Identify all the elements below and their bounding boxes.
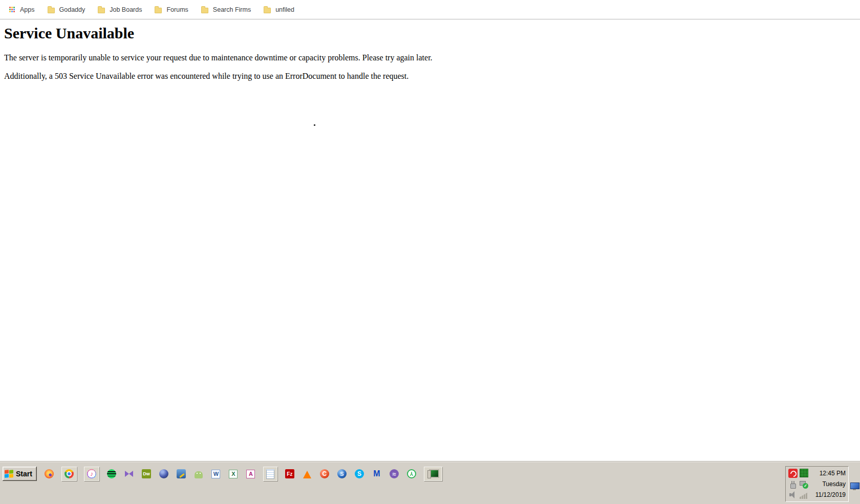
folder-icon — [201, 8, 208, 13]
clock-time: 12:45 PM — [811, 470, 846, 477]
malwarebytes-icon[interactable]: M — [372, 469, 382, 479]
start-label: Start — [16, 470, 32, 478]
visual-studio-glyph — [124, 469, 134, 478]
chrome-icon[interactable] — [61, 467, 77, 481]
bookmark-folder-godaddy[interactable]: Godaddy — [46, 3, 87, 16]
access-icon[interactable]: A — [246, 469, 256, 479]
folder-icon — [98, 8, 105, 13]
clock-date: 11/12/2019 — [811, 491, 846, 498]
dreamweaver-glyph: Dw — [142, 469, 151, 478]
code-editor-icon[interactable] — [176, 469, 186, 479]
bookmark-label: Job Boards — [110, 6, 142, 13]
eclipse-icon[interactable] — [159, 469, 169, 479]
bittorrent-glyph: ≈ — [390, 469, 399, 478]
visual-studio-icon[interactable] — [124, 469, 134, 479]
excel-glyph: X — [229, 470, 238, 478]
eclipse-glyph — [159, 469, 168, 478]
tray-row-3: 11/12/2019 — [788, 490, 846, 500]
my-computer-glyph — [427, 469, 439, 479]
android-icon[interactable] — [193, 469, 204, 479]
bookmark-label: Search Firms — [213, 6, 251, 13]
taskbar-row: Start ♪ Dw W X A Fz C S S — [3, 466, 442, 481]
error-detail: Additionally, a 503 Service Unavailable … — [4, 72, 860, 81]
vlc-icon[interactable] — [302, 469, 312, 479]
itunes-glyph: ♪ — [87, 469, 96, 478]
avira-glyph — [788, 469, 798, 478]
my-computer-icon[interactable] — [424, 467, 442, 481]
apps-grid-icon — [9, 6, 15, 13]
start-button[interactable]: Start — [3, 467, 37, 481]
usb-safely-remove-icon[interactable] — [799, 479, 808, 489]
power-plug-icon[interactable] — [788, 479, 798, 489]
filezilla-glyph: Fz — [285, 469, 294, 478]
green-ring-glyph: Y — [407, 469, 416, 478]
bookmark-item-apps[interactable]: Apps — [7, 3, 36, 16]
bookmark-label: unfiled — [275, 6, 294, 13]
firefox-icon[interactable] — [44, 469, 54, 479]
avira-antivirus-icon[interactable] — [788, 469, 798, 478]
tray-row-2: Tuesday — [788, 478, 846, 489]
quick-launch-bar: ♪ Dw W X A Fz C S S M ≈ Y — [44, 467, 442, 481]
page-title: Service Unavailable — [4, 26, 860, 41]
filezilla-icon[interactable]: Fz — [285, 469, 295, 479]
word-glyph: W — [211, 470, 220, 478]
word-icon[interactable]: W — [211, 469, 221, 479]
malwarebytes-glyph: M — [372, 469, 381, 478]
bookmark-label: Apps — [20, 6, 35, 13]
volume-icon[interactable] — [788, 490, 798, 499]
excel-icon[interactable]: X — [228, 469, 239, 479]
code-editor-glyph — [177, 469, 186, 478]
notepad-glyph — [266, 469, 274, 479]
bookmark-folder-job-boards[interactable]: Job Boards — [96, 3, 143, 16]
spotify-glyph — [107, 469, 116, 478]
bookmark-label: Godaddy — [59, 6, 85, 13]
folder-icon — [48, 8, 55, 13]
chrome-glyph — [64, 469, 74, 478]
folder-icon — [155, 8, 162, 13]
error-message: The server is temporarily unable to serv… — [4, 54, 860, 62]
error-page: Service Unavailable The server is tempor… — [0, 20, 860, 81]
skype-icon[interactable]: S — [354, 469, 364, 479]
notepad-icon[interactable] — [263, 467, 277, 481]
itunes-icon[interactable]: ♪ — [84, 467, 99, 481]
steam-icon[interactable]: S — [337, 469, 347, 479]
ccleaner-icon[interactable]: C — [319, 469, 330, 479]
firefox-glyph — [45, 469, 54, 478]
clock-day: Tuesday — [811, 480, 846, 488]
tray-row-1: 12:45 PM — [788, 468, 846, 478]
system-tray: 12:45 PM Tuesday 11/12/2019 — [785, 466, 849, 502]
bookmark-folder-unfiled[interactable]: unfiled — [262, 3, 296, 16]
folder-icon — [264, 8, 271, 13]
network-activity-icon[interactable] — [799, 469, 808, 478]
desktop-screen: Apps Godaddy Job Boards Forums Search Fi… — [0, 0, 860, 504]
taskbar: Start ♪ Dw W X A Fz C S S — [0, 462, 860, 504]
bookmark-folder-search-firms[interactable]: Search Firms — [200, 3, 252, 16]
cursor-dot — [314, 124, 315, 126]
signal-glyph — [800, 492, 808, 499]
spotify-icon[interactable] — [106, 469, 117, 479]
bookmarks-bar: Apps Godaddy Job Boards Forums Search Fi… — [0, 0, 860, 19]
access-glyph: A — [246, 470, 255, 478]
remote-display-icon[interactable] — [850, 483, 859, 490]
skype-glyph: S — [355, 469, 364, 478]
network-activity-glyph — [800, 469, 808, 477]
bookmark-label: Forums — [166, 6, 188, 13]
bookmark-folder-forums[interactable]: Forums — [153, 3, 189, 16]
android-glyph — [195, 471, 203, 478]
steam-glyph: S — [337, 469, 347, 478]
windows-flag-icon — [5, 469, 13, 478]
green-ring-utility-icon[interactable]: Y — [406, 469, 417, 479]
dreamweaver-icon[interactable]: Dw — [141, 469, 152, 479]
bittorrent-icon[interactable]: ≈ — [389, 469, 399, 479]
signal-strength-icon[interactable] — [799, 490, 808, 499]
vlc-glyph — [303, 471, 311, 478]
ccleaner-glyph: C — [320, 469, 329, 478]
